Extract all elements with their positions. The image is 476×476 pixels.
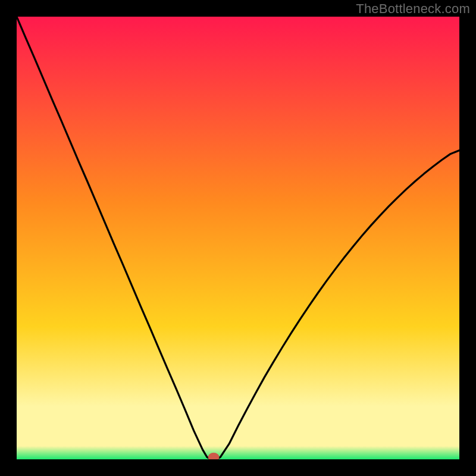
chart-svg — [17, 17, 459, 459]
plot-area — [17, 17, 459, 459]
watermark-text: TheBottleneck.com — [356, 1, 470, 17]
minimum-marker — [208, 453, 219, 459]
chart-frame: TheBottleneck.com — [0, 0, 476, 476]
gradient-background — [17, 17, 459, 459]
